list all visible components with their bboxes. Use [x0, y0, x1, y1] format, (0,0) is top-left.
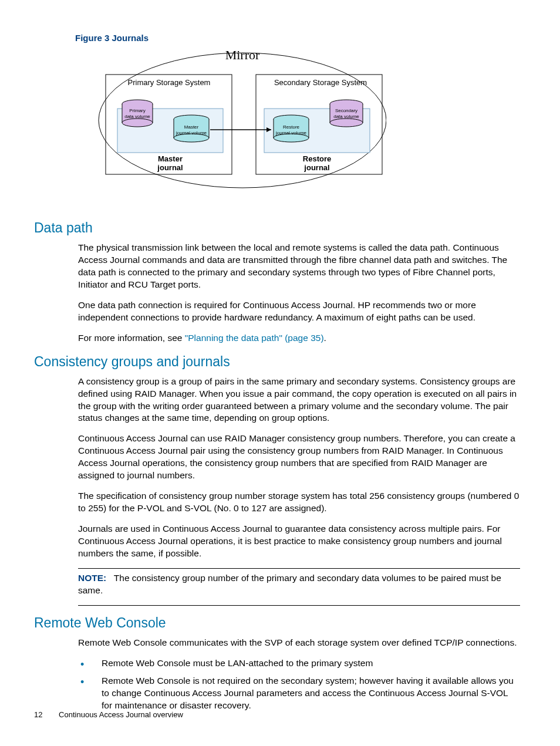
page-number: 12	[34, 710, 42, 719]
svg-text:journal: journal	[303, 163, 329, 172]
mirror-label: Mirror	[225, 50, 260, 62]
svg-text:Master: Master	[184, 124, 199, 130]
datapath-p2: One data path connection is required for…	[78, 299, 520, 324]
planning-data-path-link[interactable]: "Planning the data path" (page 35)	[185, 333, 324, 343]
svg-text:journal volume: journal volume	[275, 130, 307, 136]
figure-caption: Figure 3 Journals	[75, 32, 526, 44]
primary-system-label: Primary Storage System	[128, 78, 211, 87]
heading-data-path: Data path	[34, 219, 526, 237]
heading-remote-web-console: Remote Web Console	[34, 614, 526, 632]
rwc-bullet-1: Remote Web Console must be LAN-attached …	[78, 657, 520, 670]
cgj-p2: Continuous Access Journal can use RAID M…	[78, 433, 520, 482]
cgj-p3: The specification of consistency group n…	[78, 490, 520, 515]
cgj-note: NOTE: The consistency group number of th…	[78, 572, 520, 597]
journals-diagram: Mirror Primary Storage System Secondary …	[87, 50, 526, 206]
cgj-p1: A consistency group is a group of pairs …	[78, 376, 520, 425]
page-footer: 12 Continuous Access Journal overview	[34, 710, 183, 720]
primary-data-volume: Primary data volume	[122, 100, 153, 127]
note-label: NOTE:	[78, 573, 106, 583]
secondary-system-label: Secondary Storage System	[274, 78, 367, 87]
svg-point-7	[122, 119, 153, 127]
rwc-bullet-2: Remote Web Console is not required on th…	[78, 675, 520, 712]
svg-point-14	[330, 119, 363, 127]
svg-text:journal volume: journal volume	[176, 130, 207, 136]
cgj-p4: Journals are used in Continuous Access J…	[78, 523, 520, 560]
svg-text:Primary: Primary	[129, 108, 146, 113]
svg-text:data volume: data volume	[333, 114, 359, 119]
restore-journal-label: Restore	[303, 154, 331, 163]
rwc-p1: Remote Web Console communicates with the…	[78, 637, 520, 649]
datapath-p3: For more information, see "Planning the …	[78, 332, 520, 345]
heading-consistency-groups: Consistency groups and journals	[34, 353, 526, 371]
master-journal-label: Master	[158, 154, 183, 163]
svg-text:Restore: Restore	[283, 124, 300, 130]
secondary-data-volume: Secondary data volume	[330, 100, 363, 127]
restore-journal-volume: Restore journal volume	[274, 115, 309, 142]
svg-text:data volume: data volume	[124, 114, 150, 119]
svg-text:journal: journal	[157, 163, 183, 172]
chapter-title: Continuous Access Journal overview	[59, 710, 183, 719]
datapath-p1: The physical transmission link between t…	[78, 242, 520, 291]
svg-text:Secondary: Secondary	[335, 108, 357, 113]
note-rule-bottom	[78, 605, 520, 606]
note-rule-top	[78, 568, 520, 569]
master-journal-volume: Master journal volume	[174, 115, 209, 142]
